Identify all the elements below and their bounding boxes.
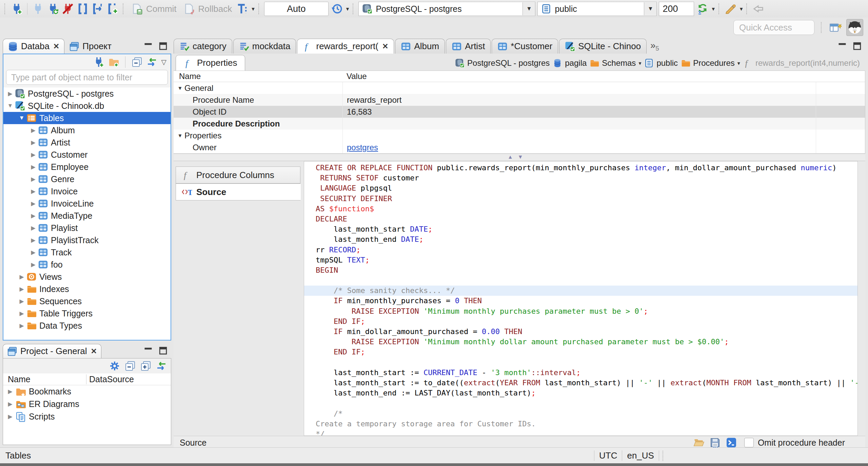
project-item-bookmarks[interactable]: ▶Bookmarks	[3, 385, 171, 398]
tree-expander-icon[interactable]: ▶	[17, 286, 26, 293]
tree-expander-icon[interactable]: ▶	[28, 188, 38, 195]
tree-expander-icon[interactable]: ▶	[28, 200, 38, 207]
commit-button[interactable]: Commit	[129, 2, 179, 16]
owner-link[interactable]: postgres	[347, 143, 378, 152]
tree-item-indexes[interactable]: ▶Indexes	[3, 283, 171, 295]
tree-item-mediatype[interactable]: ▶MediaType	[3, 210, 171, 222]
grid-row-object-id[interactable]: Object ID16,583	[174, 106, 865, 118]
tree-expander-icon[interactable]: ▶	[17, 298, 26, 305]
grid-cell-value[interactable]: rewards_report	[342, 94, 816, 106]
transaction-icon[interactable]	[76, 2, 89, 15]
gear-icon[interactable]	[109, 361, 120, 371]
grid-row-procedure-description[interactable]: Procedure Description	[174, 118, 865, 130]
grid-cell-value[interactable]	[342, 118, 816, 130]
tree-item-album[interactable]: ▶Album	[3, 124, 171, 136]
save-icon[interactable]	[710, 437, 721, 448]
tree-item-sqlite-chinook-db[interactable]: ▼SQLite - Chinook.db	[3, 100, 171, 112]
chevron-down-icon[interactable]: ▾	[252, 5, 255, 13]
tree-expander-icon[interactable]: ▶	[28, 151, 38, 158]
new-transaction-icon[interactable]	[106, 2, 119, 15]
chevron-down-icon[interactable]: ▾	[638, 60, 641, 66]
breadcrumb-item-public[interactable]: public	[644, 58, 678, 68]
link-with-editor-icon[interactable]	[156, 361, 167, 371]
tree-expander-icon[interactable]: ▶	[28, 249, 38, 256]
editor-tab-sqlite-chinoo[interactable]: SQLite - Chinoo	[559, 39, 647, 54]
tree-item-genre[interactable]: ▶Genre	[3, 173, 171, 185]
tree-item-playlisttrack[interactable]: ▶PlaylistTrack	[3, 234, 171, 246]
grid-row-owner[interactable]: Ownerpostgres	[174, 141, 865, 153]
expand-all-icon[interactable]	[140, 361, 151, 371]
timezone-indicator[interactable]: UTC	[594, 450, 622, 461]
tab-project-general[interactable]: Project - General ✕	[3, 344, 101, 358]
grid-cell-value[interactable]	[342, 82, 816, 94]
tab-overflow-button[interactable]: »5	[648, 40, 662, 54]
tree-expander-icon[interactable]: ▶	[5, 401, 15, 408]
source-editor[interactable]: CREATE OR REPLACE FUNCTION public.reward…	[304, 161, 858, 436]
tab-projects[interactable]: Проект	[64, 39, 116, 54]
tree-expander-icon[interactable]: ▶	[28, 212, 38, 219]
tree-item-employee[interactable]: ▶Employee	[3, 161, 171, 173]
chevron-down-icon[interactable]: ▾	[346, 5, 349, 13]
editor-tab-mockdata[interactable]: mockdata	[233, 39, 296, 54]
collapse-all-icon[interactable]	[132, 57, 142, 67]
editor-tab-artist[interactable]: Artist	[446, 39, 491, 54]
close-icon[interactable]: ✕	[91, 347, 97, 356]
column-datasource[interactable]: DataSource	[86, 374, 130, 384]
chevron-down-icon[interactable]: ▼	[644, 2, 656, 15]
tab-database-navigator[interactable]: Databa ✕	[3, 39, 64, 54]
horizontal-splitter[interactable]: ▲▼	[174, 154, 865, 161]
refresh-icon[interactable]	[696, 2, 709, 15]
tree-item-invoiceline[interactable]: ▶InvoiceLine	[3, 197, 171, 210]
tree-expander-icon[interactable]: ▶	[28, 225, 38, 232]
maximize-icon[interactable]	[852, 41, 862, 51]
tree-expander-icon[interactable]: ▶	[17, 322, 26, 329]
grid-row-properties[interactable]: ▼Properties	[174, 130, 865, 141]
tree-item-track[interactable]: ▶Track	[3, 246, 171, 258]
dbeaver-perspective-icon[interactable]	[846, 19, 863, 36]
breadcrumb-item-rewards-report-int4-numeric-[interactable]: frewards_report(int4,numeric)	[743, 58, 860, 68]
tree-item-invoice[interactable]: ▶Invoice	[3, 185, 171, 197]
link-with-editor-icon[interactable]	[146, 57, 157, 67]
chevron-down-icon[interactable]: ▾	[740, 5, 743, 13]
splitter-arrows-icon[interactable]: ▲▼	[508, 154, 528, 160]
grid-cell-value[interactable]	[342, 130, 816, 141]
editor-tab-category[interactable]: category	[174, 39, 232, 54]
group-expander-icon[interactable]: ▼	[176, 85, 184, 91]
locale-indicator[interactable]: en_US	[622, 450, 659, 461]
tree-item-foo[interactable]: ▶foo	[3, 258, 171, 271]
close-icon[interactable]: ✕	[382, 42, 388, 51]
fetch-size-input[interactable]: 200	[659, 2, 694, 16]
tree-item-tables[interactable]: ▼Tables	[3, 112, 171, 124]
rollback-button[interactable]: Rollback	[181, 2, 234, 16]
project-item-er-diagrams[interactable]: ▶ER Diagrams	[3, 398, 171, 410]
tree-item-table-triggers[interactable]: ▶Table Triggers	[3, 307, 171, 319]
minimize-icon[interactable]	[143, 346, 153, 355]
grid-row-general[interactable]: ▼General	[174, 82, 865, 94]
column-name[interactable]: Name	[3, 374, 86, 384]
schema-combo[interactable]: public ▼	[537, 2, 657, 16]
chevron-down-icon[interactable]: ▼	[522, 2, 535, 15]
breadcrumb-item-postgresql-postgres[interactable]: PostgreSQL - postgres	[455, 58, 550, 68]
tree-item-postgresql-postgres[interactable]: ▶PostgreSQL - postgres	[3, 88, 171, 100]
tree-expander-icon[interactable]: ▼	[5, 102, 15, 109]
tree-expander-icon[interactable]: ▶	[5, 413, 15, 420]
editor-tab-album[interactable]: Album	[395, 39, 445, 54]
tree-expander-icon[interactable]: ▶	[28, 139, 38, 146]
tree-item-views[interactable]: ▶Views	[3, 271, 171, 283]
tree-expander-icon[interactable]: ▶	[28, 127, 38, 134]
breadcrumb-item-procedures[interactable]: Procedures▾	[681, 58, 740, 68]
tree-expander-icon[interactable]: ▶	[28, 261, 38, 268]
grid-cell-value[interactable]: 16,583	[342, 106, 816, 118]
maximize-icon[interactable]	[158, 346, 168, 355]
open-perspective-icon[interactable]	[829, 21, 842, 34]
omit-procedure-header-checkbox[interactable]	[744, 438, 754, 447]
grid-column-value[interactable]: Value	[342, 72, 865, 81]
transaction-log-icon[interactable]	[91, 2, 104, 15]
new-connection-icon[interactable]	[93, 57, 104, 67]
tab-properties[interactable]: f Properties	[176, 55, 245, 71]
subtab-source[interactable]: TSource	[176, 183, 301, 200]
collapse-all-icon[interactable]	[125, 361, 136, 371]
breadcrumb-item-pagila[interactable]: pagila	[553, 58, 587, 68]
subtab-procedure-columns[interactable]: fProcedure Columns	[176, 167, 300, 183]
tree-item-playlist[interactable]: ▶Playlist	[3, 222, 171, 234]
